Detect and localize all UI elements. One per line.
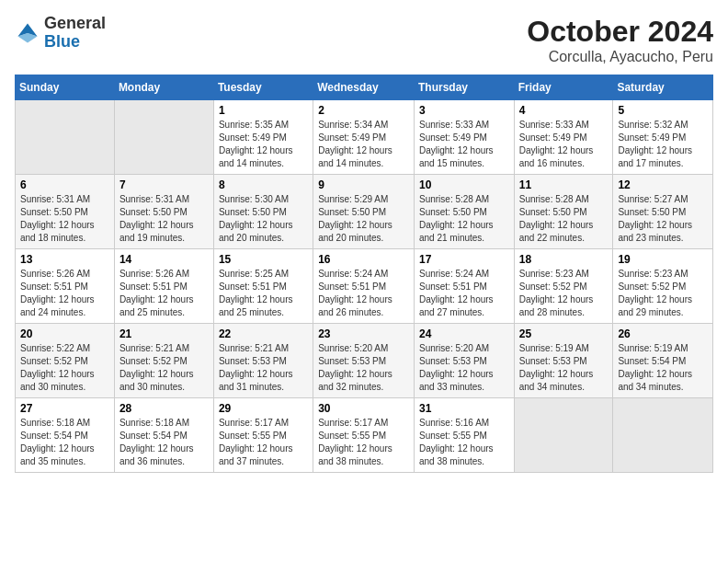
sunrise-text: Sunrise: 5:17 AM [318,418,388,428]
calendar-day-cell: 22Sunrise: 5:21 AMSunset: 5:53 PMDayligh… [213,324,313,398]
sunset-text: Sunset: 5:54 PM [20,431,88,441]
day-number: 5 [618,104,708,117]
calendar-day-cell [613,398,713,473]
day-number: 12 [618,178,708,191]
header-tuesday: Tuesday [213,75,313,100]
sunset-text: Sunset: 5:49 PM [318,132,386,143]
day-info: Sunrise: 5:23 AMSunset: 5:52 PMDaylight:… [519,268,609,319]
calendar-day-cell: 15Sunrise: 5:25 AMSunset: 5:51 PMDayligh… [213,249,313,324]
day-number: 10 [419,178,509,191]
day-number: 27 [20,402,109,415]
sunset-text: Sunset: 5:50 PM [419,207,487,217]
day-info: Sunrise: 5:26 AMSunset: 5:51 PMDaylight:… [20,268,109,319]
daylight-text: Daylight: 12 hours and 25 minutes. [119,294,194,317]
calendar-day-cell: 13Sunrise: 5:26 AMSunset: 5:51 PMDayligh… [16,249,115,324]
sunrise-text: Sunrise: 5:24 AM [419,269,489,279]
daylight-text: Daylight: 12 hours and 20 minutes. [219,220,293,243]
calendar-day-cell: 4Sunrise: 5:33 AMSunset: 5:49 PMDaylight… [514,100,613,175]
sunrise-text: Sunrise: 5:26 AM [20,269,90,279]
calendar-week-row: 13Sunrise: 5:26 AMSunset: 5:51 PMDayligh… [16,249,713,324]
calendar-day-cell: 14Sunrise: 5:26 AMSunset: 5:51 PMDayligh… [114,249,213,324]
day-number: 21 [119,327,209,340]
day-number: 31 [419,402,509,415]
sunset-text: Sunset: 5:54 PM [119,431,188,441]
header-monday: Monday [114,75,213,100]
sunrise-text: Sunrise: 5:22 AM [20,343,90,353]
sunset-text: Sunset: 5:51 PM [119,282,188,292]
day-number: 6 [20,178,109,191]
logo: General Blue [15,15,106,52]
daylight-text: Daylight: 12 hours and 37 minutes. [219,443,293,466]
daylight-text: Daylight: 12 hours and 25 minutes. [219,294,293,317]
header-wednesday: Wednesday [313,75,415,100]
calendar-day-cell: 10Sunrise: 5:28 AMSunset: 5:50 PMDayligh… [414,175,514,249]
day-number: 26 [618,327,708,340]
day-info: Sunrise: 5:25 AMSunset: 5:51 PMDaylight:… [219,268,308,319]
calendar-week-row: 1Sunrise: 5:35 AMSunset: 5:49 PMDaylight… [16,100,713,175]
day-info: Sunrise: 5:20 AMSunset: 5:53 PMDaylight:… [419,342,509,394]
calendar-day-cell: 26Sunrise: 5:19 AMSunset: 5:54 PMDayligh… [613,324,713,398]
calendar-day-cell: 9Sunrise: 5:29 AMSunset: 5:50 PMDaylight… [313,175,415,249]
daylight-text: Daylight: 12 hours and 34 minutes. [618,369,692,392]
page-header: General Blue October 2024 Corculla, Ayac… [15,15,713,65]
day-number: 9 [318,178,409,191]
day-number: 22 [219,327,308,340]
sunset-text: Sunset: 5:52 PM [618,282,686,292]
sunrise-text: Sunrise: 5:33 AM [519,120,589,130]
day-number: 17 [419,253,509,266]
sunrise-text: Sunrise: 5:28 AM [419,194,489,204]
daylight-text: Daylight: 12 hours and 34 minutes. [519,369,594,392]
sunrise-text: Sunrise: 5:20 AM [419,343,489,353]
calendar-day-cell [514,398,613,473]
daylight-text: Daylight: 12 hours and 14 minutes. [219,145,293,168]
calendar-subtitle: Corculla, Ayacucho, Peru [527,49,713,65]
daylight-text: Daylight: 12 hours and 18 minutes. [20,220,95,243]
sunset-text: Sunset: 5:51 PM [20,282,88,292]
day-info: Sunrise: 5:31 AMSunset: 5:50 PMDaylight:… [20,193,109,245]
sunrise-text: Sunrise: 5:31 AM [20,194,90,204]
sunrise-text: Sunrise: 5:29 AM [318,194,388,204]
calendar-day-cell: 3Sunrise: 5:33 AMSunset: 5:49 PMDaylight… [414,100,514,175]
calendar-day-cell: 23Sunrise: 5:20 AMSunset: 5:53 PMDayligh… [313,324,415,398]
day-info: Sunrise: 5:34 AMSunset: 5:49 PMDaylight:… [318,119,409,170]
calendar-day-cell [114,100,213,175]
day-info: Sunrise: 5:33 AMSunset: 5:49 PMDaylight:… [519,119,609,170]
sunset-text: Sunset: 5:49 PM [519,132,587,143]
sunrise-text: Sunrise: 5:26 AM [119,269,189,279]
daylight-text: Daylight: 12 hours and 24 minutes. [20,294,95,317]
daylight-text: Daylight: 12 hours and 21 minutes. [419,220,494,243]
day-info: Sunrise: 5:28 AMSunset: 5:50 PMDaylight:… [519,193,609,245]
sunrise-text: Sunrise: 5:25 AM [219,269,289,279]
header-row: SundayMondayTuesdayWednesdayThursdayFrid… [16,75,713,100]
day-number: 8 [219,178,308,191]
day-info: Sunrise: 5:28 AMSunset: 5:50 PMDaylight:… [419,193,509,245]
sunset-text: Sunset: 5:50 PM [20,207,88,217]
day-number: 29 [219,402,308,415]
logo-icon [15,20,40,46]
sunrise-text: Sunrise: 5:19 AM [618,343,688,353]
day-info: Sunrise: 5:30 AMSunset: 5:50 PMDaylight:… [219,193,308,245]
sunrise-text: Sunrise: 5:27 AM [618,194,688,204]
daylight-text: Daylight: 12 hours and 32 minutes. [318,369,392,392]
calendar-day-cell: 28Sunrise: 5:18 AMSunset: 5:54 PMDayligh… [114,398,213,473]
sunrise-text: Sunrise: 5:23 AM [519,269,589,279]
day-number: 11 [519,178,609,191]
sunrise-text: Sunrise: 5:21 AM [119,343,189,353]
day-info: Sunrise: 5:35 AMSunset: 5:49 PMDaylight:… [219,119,308,170]
header-friday: Friday [514,75,613,100]
calendar-day-cell: 30Sunrise: 5:17 AMSunset: 5:55 PMDayligh… [313,398,415,473]
day-info: Sunrise: 5:26 AMSunset: 5:51 PMDaylight:… [119,268,209,319]
day-info: Sunrise: 5:22 AMSunset: 5:52 PMDaylight:… [20,342,109,394]
daylight-text: Daylight: 12 hours and 35 minutes. [20,443,95,466]
calendar-body: 1Sunrise: 5:35 AMSunset: 5:49 PMDaylight… [16,100,713,473]
sunrise-text: Sunrise: 5:21 AM [219,343,289,353]
sunrise-text: Sunrise: 5:32 AM [618,120,688,130]
day-info: Sunrise: 5:23 AMSunset: 5:52 PMDaylight:… [618,268,708,319]
daylight-text: Daylight: 12 hours and 26 minutes. [318,294,392,317]
sunset-text: Sunset: 5:55 PM [419,431,487,441]
day-number: 20 [20,327,109,340]
calendar-title: October 2024 [527,15,713,49]
day-info: Sunrise: 5:18 AMSunset: 5:54 PMDaylight:… [20,417,109,468]
day-number: 7 [119,178,209,191]
daylight-text: Daylight: 12 hours and 16 minutes. [519,145,594,168]
